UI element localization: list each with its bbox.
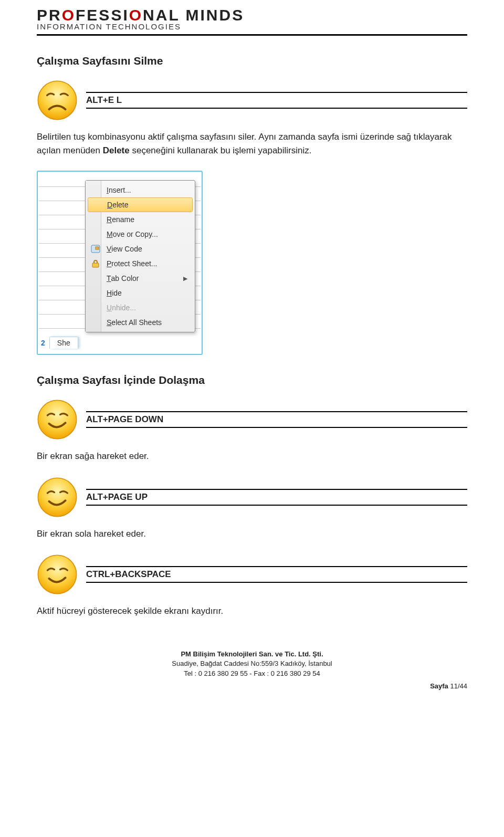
logo: PROFESSIONAL MINDS INFORMATION TECHNOLOG…: [37, 6, 467, 31]
lock-icon: [91, 259, 100, 268]
context-menu-screenshot: Insert...DeleteRenameMove or Copy...View…: [37, 171, 203, 355]
page-cur: 11: [450, 682, 457, 690]
footer-address: Suadiye, Bağdat Caddesi No:559/3 Kadıköy…: [37, 659, 467, 669]
chevron-right-icon: ▶: [183, 275, 187, 282]
body-text: Belirtilen tuş kombinasyonu aktif çalışm…: [37, 130, 467, 157]
text: seçeneğini kullanarak bu işlemi yapabili…: [130, 145, 312, 155]
footer-phone: Tel : 0 216 380 29 55 - Fax : 0 216 380 …: [37, 669, 467, 679]
menu-item-tab-color[interactable]: Tab Color▶: [88, 271, 193, 286]
sheet-tab[interactable]: She: [49, 337, 78, 349]
shortcut-row: ALT+E L: [37, 80, 467, 121]
shortcut-key: ALT+PAGE DOWN: [86, 412, 467, 427]
shortcut-key: CTRL+BACKSPACE: [86, 567, 467, 582]
logo-sub: INFORMATION TECHNOLOGIES: [37, 22, 467, 31]
logo-text: FESSI: [76, 6, 129, 24]
footer: PM Bilişim Teknolojileri San. ve Tic. Lt…: [37, 650, 467, 679]
context-menu: Insert...DeleteRenameMove or Copy...View…: [85, 180, 195, 332]
logo-o-red: O: [129, 6, 143, 24]
menu-item-hide[interactable]: Hide: [88, 286, 193, 300]
svg-point-6: [38, 555, 76, 593]
code-icon: [91, 244, 100, 254]
shortcut-row: CTRL+BACKSPACE: [37, 554, 467, 595]
header-rule: [37, 34, 467, 36]
section-title: Çalışma Sayfasını Silme: [37, 55, 467, 67]
smile-face-icon: [37, 477, 78, 518]
svg-point-4: [38, 400, 76, 438]
menu-item-delete[interactable]: Delete: [88, 197, 193, 212]
svg-point-5: [38, 478, 76, 516]
shortcut-key: ALT+E L: [86, 93, 467, 108]
text-bold: Delete: [103, 145, 130, 155]
tab-num: 2: [41, 339, 45, 347]
logo-main: PROFESSIONAL MINDS: [37, 6, 467, 24]
smile-face-icon: [37, 554, 78, 595]
svg-rect-3: [92, 263, 99, 267]
body-text: Bir ekran sola hareket eder.: [37, 527, 467, 541]
shortcut-row: ALT+PAGE UP: [37, 477, 467, 518]
menu-item-insert[interactable]: Insert...: [88, 183, 193, 197]
menu-item-select-all-sheets[interactable]: Select All Sheets: [88, 315, 193, 330]
shortcut-key: ALT+PAGE UP: [86, 490, 467, 505]
body-text: Aktif hücreyi gösterecek şekilde ekranı …: [37, 604, 467, 618]
rule: [86, 582, 467, 583]
logo-text: NAL MINDS: [143, 6, 244, 24]
svg-rect-2: [96, 247, 99, 249]
smile-face-icon: [37, 399, 78, 440]
section-title: Çalışma Sayfası İçinde Dolaşma: [37, 374, 467, 386]
svg-point-0: [38, 81, 76, 119]
menu-item-protect-sheet[interactable]: Protect Sheet...: [88, 256, 193, 271]
page-total: /44: [458, 682, 467, 690]
logo-o-red: O: [62, 6, 76, 24]
menu-item-unhide[interactable]: Unhide...: [88, 300, 193, 315]
menu-item-view-code[interactable]: View Code: [88, 242, 193, 256]
page-label: Sayfa: [430, 682, 450, 690]
sad-face-icon: [37, 80, 78, 121]
body-text: Bir ekran sağa hareket eder.: [37, 449, 467, 463]
footer-company: PM Bilişim Teknolojileri San. ve Tic. Lt…: [37, 650, 467, 660]
sheet-tab-area: 2 She: [41, 337, 198, 349]
rule: [86, 427, 467, 428]
menu-item-move-or-copy[interactable]: Move or Copy...: [88, 227, 193, 242]
rule: [86, 505, 467, 506]
rule: [86, 108, 467, 109]
logo-text: PR: [37, 6, 62, 24]
menu-item-rename[interactable]: Rename: [88, 212, 193, 227]
page-number: Sayfa 11/44: [37, 682, 467, 690]
shortcut-row: ALT+PAGE DOWN: [37, 399, 467, 440]
